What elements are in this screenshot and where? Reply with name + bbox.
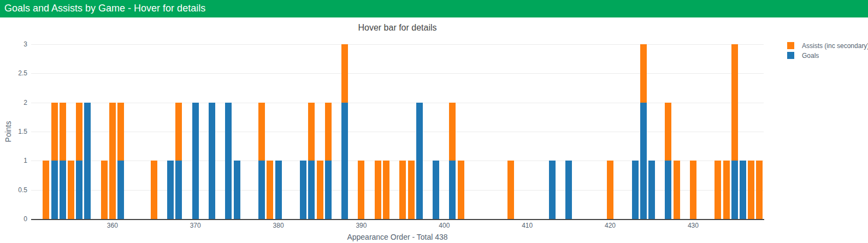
bar-segment-goals[interactable] [433,161,439,219]
bar-segment-goals[interactable] [209,103,215,219]
app-header-title: Goals and Assists by Game - Hover for de… [4,3,205,14]
gridline [31,103,764,103]
bar-segment-assists[interactable] [68,161,74,219]
bar-segment-goals[interactable] [632,161,639,219]
bar-segment-goals[interactable] [640,103,647,219]
x-tick-label: 410 [511,222,544,229]
x-tick-label: 430 [677,222,710,229]
bar-segment-assists[interactable] [690,161,696,219]
x-axis-line [31,219,764,220]
bar-segment-assists[interactable] [60,103,66,161]
bar-segment-assists[interactable] [325,103,332,161]
bar-segment-assists[interactable] [715,161,721,219]
bar-segment-assists[interactable] [723,161,730,219]
goals-swatch-icon [787,52,794,59]
bar-segment-assists[interactable] [748,161,754,219]
bar-segment-assists[interactable] [76,103,82,161]
bar-segment-goals[interactable] [325,161,332,219]
y-tick-label: 0 [4,215,27,223]
app-header: Goals and Assists by Game - Hover for de… [0,0,868,17]
bar-segment-assists[interactable] [175,103,182,161]
bar-segment-assists[interactable] [665,103,671,161]
bar-segment-assists[interactable] [674,161,680,219]
bar-segment-goals[interactable] [76,161,82,219]
bar-segment-goals[interactable] [341,103,348,219]
bar-segment-goals[interactable] [60,161,66,219]
bar-segment-assists[interactable] [358,161,364,219]
bar-segment-assists[interactable] [43,161,49,219]
bar-segment-goals[interactable] [275,161,282,219]
bar-segment-goals[interactable] [258,161,265,219]
bar-segment-goals[interactable] [192,103,199,219]
bar-segment-goals[interactable] [549,161,556,219]
y-tick-label: 0.5 [4,186,27,194]
bar-segment-assists[interactable] [640,44,647,103]
bar-segment-goals[interactable] [565,161,572,219]
bar-segment-assists[interactable] [408,161,415,219]
y-tick-label: 2 [4,98,27,107]
bar-segment-assists[interactable] [607,161,613,219]
bar-segment-goals[interactable] [234,161,240,219]
bar-segment-assists[interactable] [308,103,315,161]
legend-item-goals[interactable]: Goals [787,52,868,59]
bar-segment-assists[interactable] [507,161,514,219]
bar-segment-assists[interactable] [51,103,58,161]
bar-segment-assists[interactable] [449,103,456,161]
bar-segment-assists[interactable] [117,103,124,161]
x-tick-label: 390 [345,222,377,229]
bar-segment-goals[interactable] [648,161,655,219]
legend: Assists (inc secondary) Goals [787,42,868,62]
bar-segment-assists[interactable] [341,44,348,103]
legend-label-assists: Assists (inc secondary) [802,42,868,50]
chart-container: Hover bar for details Points Appearance … [0,17,868,243]
bar-segment-assists[interactable] [399,161,406,219]
bar-segment-goals[interactable] [225,103,232,219]
bar-segment-goals[interactable] [300,161,306,219]
x-tick-label: 400 [428,222,460,229]
legend-item-assists[interactable]: Assists (inc secondary) [787,42,868,49]
x-tick-label: 420 [594,222,627,229]
y-tick-label: 2.5 [4,69,27,78]
gridline [31,132,764,132]
bar-segment-assists[interactable] [258,103,265,161]
bar-segment-assists[interactable] [458,161,464,219]
bar-segment-assists[interactable] [383,161,389,219]
bar-segment-assists[interactable] [101,161,108,219]
bar-segment-goals[interactable] [308,161,315,219]
bar-segment-goals[interactable] [167,161,174,219]
legend-label-goals: Goals [802,52,819,60]
bar-segment-assists[interactable] [267,161,273,219]
bar-segment-assists[interactable] [317,161,323,219]
x-tick-label: 380 [262,222,295,229]
bar-segment-assists[interactable] [151,161,157,219]
bar-segment-assists[interactable] [375,161,381,219]
bar-segment-goals[interactable] [117,161,124,219]
bar-segment-goals[interactable] [731,161,738,219]
bar-segment-assists[interactable] [756,161,763,219]
bar-segment-goals[interactable] [416,103,423,219]
assists-swatch-icon [787,42,794,49]
gridline [31,73,764,74]
bar-segment-goals[interactable] [84,103,91,219]
bar-segment-goals[interactable] [449,161,456,219]
bar-segment-assists[interactable] [109,103,116,219]
y-tick-label: 3 [4,40,27,49]
bar-segment-goals[interactable] [175,161,182,219]
bar-segment-goals[interactable] [665,161,671,219]
y-tick-label: 1.5 [4,127,27,136]
bar-segment-assists[interactable] [731,44,738,161]
x-axis-title: Appearance Order - Total 438 [31,233,764,241]
chart-title: Hover bar for details [31,23,764,33]
y-tick-label: 1 [4,156,27,165]
x-tick-label: 370 [179,222,212,229]
bar-segment-goals[interactable] [740,161,746,219]
gridline [31,44,764,45]
bar-segment-goals[interactable] [51,161,58,219]
x-tick-label: 360 [96,222,129,229]
